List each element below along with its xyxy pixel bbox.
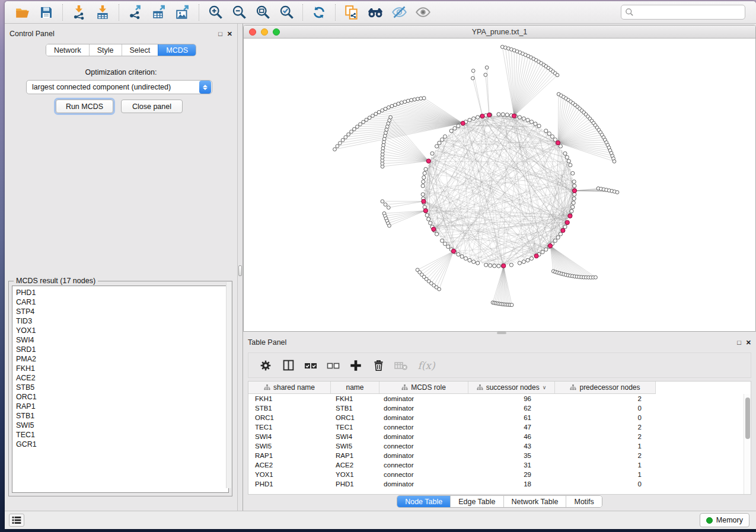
zoom-fit-icon[interactable] bbox=[251, 3, 275, 22]
float-panel-icon[interactable]: □ bbox=[218, 31, 222, 37]
table-row[interactable]: STB1STB1dominator620 bbox=[248, 403, 751, 413]
hide-selected-icon[interactable] bbox=[387, 3, 411, 22]
memory-label: Memory bbox=[716, 516, 743, 524]
table-row[interactable]: ACE2ACE2connector311 bbox=[248, 460, 751, 470]
mcds-result-item[interactable]: ACE2 bbox=[16, 373, 228, 383]
table-row[interactable]: YOX1YOX1connector291 bbox=[248, 470, 751, 479]
export-image-icon[interactable] bbox=[171, 3, 194, 22]
clone-network-icon[interactable] bbox=[340, 3, 363, 22]
table-header-row: shared namenameMCDS rolesuccessor nodes∨… bbox=[248, 382, 656, 394]
settings-icon[interactable] bbox=[256, 355, 276, 376]
window-close-icon[interactable] bbox=[249, 28, 256, 36]
run-mcds-button[interactable]: Run MCDS bbox=[56, 100, 113, 113]
close-panel-button[interactable]: Close panel bbox=[121, 100, 183, 113]
table-row[interactable]: SWI5SWI5connector431 bbox=[248, 441, 751, 451]
show-all-icon[interactable] bbox=[411, 3, 435, 22]
table-cell: 0 bbox=[555, 405, 656, 412]
mcds-result-item[interactable]: SRD1 bbox=[16, 345, 228, 354]
refresh-icon[interactable] bbox=[307, 3, 331, 22]
tab-select[interactable]: Select bbox=[122, 44, 158, 56]
mcds-result-item[interactable]: FKH1 bbox=[16, 364, 228, 373]
mcds-result-item[interactable]: SWI5 bbox=[16, 421, 228, 430]
table-cell: 1 bbox=[555, 443, 656, 450]
network-canvas[interactable] bbox=[244, 39, 756, 332]
main-area: Control Panel □ ✕ Network Style Select M… bbox=[5, 24, 756, 511]
table-tabs: Node Table Edge Table Network Table Moti… bbox=[243, 495, 756, 508]
import-network-icon[interactable] bbox=[67, 3, 91, 22]
mcds-list-scrollbar[interactable] bbox=[226, 282, 231, 488]
tab-node-table[interactable]: Node Table bbox=[397, 496, 450, 507]
splitter-handle-icon[interactable] bbox=[238, 265, 242, 276]
mcds-result-item[interactable]: RAP1 bbox=[16, 402, 228, 411]
mcds-result-item[interactable]: TID3 bbox=[16, 316, 228, 326]
table-cell: dominator bbox=[379, 452, 468, 459]
mcds-result-item[interactable]: STB1 bbox=[16, 411, 228, 421]
column-header-shared-name[interactable]: shared name bbox=[248, 382, 331, 393]
table-cell: 96 bbox=[468, 395, 555, 402]
zoom-in-icon[interactable] bbox=[203, 3, 227, 22]
toolbar-separator bbox=[119, 4, 119, 21]
mcds-result-item[interactable]: CAR1 bbox=[16, 297, 228, 307]
import-table-icon[interactable] bbox=[91, 3, 114, 22]
export-network-icon[interactable] bbox=[123, 3, 147, 22]
mcds-result-item[interactable]: STB5 bbox=[16, 383, 228, 392]
table-panel: Table Panel □ ✕ bbox=[243, 335, 756, 511]
table-row[interactable]: PHD1PHD1dominator180 bbox=[248, 479, 751, 489]
close-panel-icon[interactable]: ✕ bbox=[746, 339, 751, 346]
table-cell: connector bbox=[379, 443, 468, 450]
window-minimize-icon[interactable] bbox=[261, 28, 268, 36]
table-row[interactable]: RAP1RAP1dominator352 bbox=[248, 451, 751, 460]
select-all-icon[interactable] bbox=[301, 355, 321, 376]
close-panel-icon[interactable]: ✕ bbox=[227, 31, 232, 37]
column-header-predecessor-nodes[interactable]: predecessor nodes bbox=[555, 382, 656, 393]
toolbar-separator bbox=[302, 4, 303, 21]
table-scrollbar[interactable] bbox=[744, 394, 751, 495]
open-icon[interactable] bbox=[11, 3, 34, 22]
column-header-successor-nodes[interactable]: successor nodes∨ bbox=[468, 382, 555, 393]
table-row[interactable]: TEC1TEC1connector472 bbox=[248, 422, 751, 432]
task-history-icon[interactable] bbox=[9, 514, 24, 527]
show-columns-icon[interactable] bbox=[278, 355, 298, 376]
column-type-icon bbox=[401, 384, 408, 391]
mcds-result-group: MCDS result (17 nodes) PHD1CAR1STP4TID3Y… bbox=[8, 281, 232, 496]
memory-button[interactable]: Memory bbox=[700, 513, 749, 527]
column-header-MCDS-role[interactable]: MCDS role bbox=[379, 382, 468, 393]
window-zoom-icon[interactable] bbox=[273, 28, 280, 36]
tab-style[interactable]: Style bbox=[89, 44, 122, 56]
table-row[interactable]: FKH1FKH1dominator962 bbox=[248, 394, 751, 403]
table-row[interactable]: SWI4SWI4dominator462 bbox=[248, 432, 751, 441]
network-titlebar[interactable]: YPA_prune.txt_1 bbox=[244, 25, 755, 39]
float-panel-icon[interactable]: □ bbox=[737, 339, 741, 346]
panel-splitter[interactable] bbox=[237, 24, 243, 511]
delete-icon[interactable] bbox=[368, 355, 388, 376]
zoom-selected-icon[interactable] bbox=[275, 3, 298, 22]
mcds-result-item[interactable]: PHD1 bbox=[16, 288, 228, 297]
add-icon[interactable] bbox=[346, 355, 366, 376]
tab-network-table[interactable]: Network Table bbox=[503, 496, 566, 507]
table-cell: dominator bbox=[379, 405, 468, 412]
deselect-all-icon[interactable] bbox=[323, 355, 343, 376]
first-neighbors-icon[interactable] bbox=[363, 3, 387, 22]
criterion-dropdown[interactable]: largest connected component (undirected) bbox=[26, 80, 212, 94]
table-row[interactable]: ORC1ORC1dominator610 bbox=[248, 413, 751, 422]
table-body: FKH1FKH1dominator962STB1STB1dominator620… bbox=[248, 394, 751, 489]
mcds-result-item[interactable]: SWI4 bbox=[16, 335, 228, 345]
mcds-result-item[interactable]: TEC1 bbox=[16, 430, 228, 440]
mcds-result-list[interactable]: PHD1CAR1STP4TID3YOX1SWI4SRD1PMA2FKH1ACE2… bbox=[12, 286, 229, 493]
column-header-name[interactable]: name bbox=[331, 382, 379, 393]
search-input[interactable] bbox=[621, 5, 745, 20]
mcds-result-item[interactable]: PMA2 bbox=[16, 354, 228, 364]
tab-edge-table[interactable]: Edge Table bbox=[450, 496, 503, 507]
save-icon[interactable] bbox=[34, 3, 58, 22]
mcds-result-item[interactable]: ORC1 bbox=[16, 392, 228, 402]
table-panel-grip[interactable] bbox=[497, 332, 506, 334]
export-table-icon[interactable] bbox=[147, 3, 171, 22]
mcds-result-item[interactable]: STP4 bbox=[16, 307, 228, 316]
table-scrollbar-thumb[interactable] bbox=[745, 398, 750, 439]
tab-motifs[interactable]: Motifs bbox=[566, 496, 601, 507]
tab-mcds[interactable]: MCDS bbox=[158, 44, 196, 56]
mcds-result-item[interactable]: GCR1 bbox=[16, 440, 228, 449]
mcds-result-item[interactable]: YOX1 bbox=[16, 326, 228, 335]
tab-network[interactable]: Network bbox=[46, 44, 89, 56]
zoom-out-icon[interactable] bbox=[227, 3, 251, 22]
